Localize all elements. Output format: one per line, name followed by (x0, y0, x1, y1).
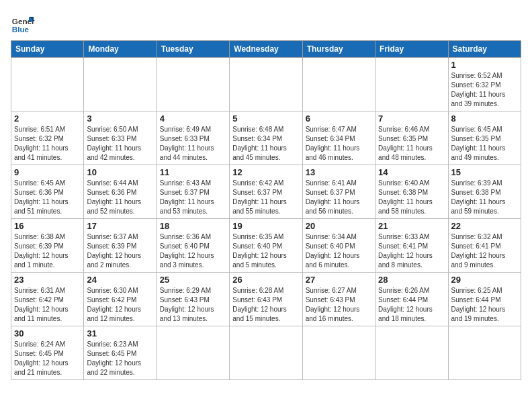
day-info: Sunrise: 6:29 AM Sunset: 6:43 PM Dayligh… (160, 286, 226, 324)
header: General Blue (11, 11, 521, 35)
day-number: 11 (160, 167, 226, 177)
logo: General Blue (11, 11, 35, 35)
day-cell: 22Sunrise: 6:32 AM Sunset: 6:41 PM Dayli… (448, 219, 521, 273)
weekday-tuesday: Tuesday (157, 41, 229, 58)
week-row-4: 16Sunrise: 6:38 AM Sunset: 6:39 PM Dayli… (11, 219, 521, 273)
day-cell (302, 326, 375, 380)
day-number: 29 (451, 275, 518, 285)
day-number: 5 (232, 113, 299, 124)
day-number: 21 (378, 221, 445, 231)
day-number: 20 (306, 221, 372, 231)
day-info: Sunrise: 6:37 AM Sunset: 6:39 PM Dayligh… (87, 232, 153, 270)
day-number: 3 (87, 113, 153, 124)
day-cell (157, 326, 229, 380)
day-cell: 30Sunrise: 6:24 AM Sunset: 6:45 PM Dayli… (11, 326, 84, 380)
week-row-5: 23Sunrise: 6:31 AM Sunset: 6:42 PM Dayli… (11, 273, 521, 326)
day-cell: 28Sunrise: 6:26 AM Sunset: 6:44 PM Dayli… (375, 273, 448, 326)
weekday-saturday: Saturday (448, 41, 521, 58)
week-row-2: 2Sunrise: 6:51 AM Sunset: 6:32 PM Daylig… (11, 111, 521, 165)
day-cell (230, 58, 302, 111)
day-cell (157, 58, 229, 111)
day-info: Sunrise: 6:30 AM Sunset: 6:42 PM Dayligh… (87, 286, 153, 324)
day-info: Sunrise: 6:47 AM Sunset: 6:34 PM Dayligh… (306, 125, 372, 163)
day-cell: 11Sunrise: 6:43 AM Sunset: 6:37 PM Dayli… (157, 165, 229, 219)
day-number: 8 (451, 113, 518, 124)
day-number: 10 (87, 167, 153, 177)
day-number: 26 (232, 275, 299, 285)
week-row-3: 9Sunrise: 6:45 AM Sunset: 6:36 PM Daylig… (11, 165, 521, 219)
day-info: Sunrise: 6:23 AM Sunset: 6:45 PM Dayligh… (87, 340, 153, 377)
day-cell: 14Sunrise: 6:40 AM Sunset: 6:38 PM Dayli… (375, 165, 448, 219)
day-cell (230, 326, 302, 380)
day-info: Sunrise: 6:41 AM Sunset: 6:37 PM Dayligh… (306, 179, 372, 216)
day-number: 12 (232, 167, 299, 177)
day-number: 23 (14, 275, 81, 285)
day-info: Sunrise: 6:24 AM Sunset: 6:45 PM Dayligh… (14, 340, 81, 377)
day-cell: 8Sunrise: 6:45 AM Sunset: 6:35 PM Daylig… (448, 111, 521, 165)
day-number: 16 (14, 221, 81, 231)
day-info: Sunrise: 6:34 AM Sunset: 6:40 PM Dayligh… (306, 232, 372, 270)
day-number: 9 (14, 167, 81, 177)
day-number: 31 (87, 328, 153, 338)
day-cell: 21Sunrise: 6:33 AM Sunset: 6:41 PM Dayli… (375, 219, 448, 273)
day-cell: 19Sunrise: 6:35 AM Sunset: 6:40 PM Dayli… (230, 219, 302, 273)
day-number: 1 (451, 60, 518, 70)
day-info: Sunrise: 6:32 AM Sunset: 6:41 PM Dayligh… (451, 232, 518, 270)
day-number: 15 (451, 167, 518, 177)
day-number: 18 (160, 221, 226, 231)
day-cell: 10Sunrise: 6:44 AM Sunset: 6:36 PM Dayli… (84, 165, 157, 219)
day-number: 6 (306, 113, 372, 124)
day-cell: 20Sunrise: 6:34 AM Sunset: 6:40 PM Dayli… (302, 219, 375, 273)
day-info: Sunrise: 6:49 AM Sunset: 6:33 PM Dayligh… (160, 125, 226, 163)
week-row-6: 30Sunrise: 6:24 AM Sunset: 6:45 PM Dayli… (11, 326, 521, 380)
day-info: Sunrise: 6:27 AM Sunset: 6:43 PM Dayligh… (306, 286, 372, 324)
day-cell: 26Sunrise: 6:28 AM Sunset: 6:43 PM Dayli… (230, 273, 302, 326)
day-cell: 12Sunrise: 6:42 AM Sunset: 6:37 PM Dayli… (230, 165, 302, 219)
calendar-body: 1Sunrise: 6:52 AM Sunset: 6:32 PM Daylig… (11, 58, 521, 380)
day-cell: 29Sunrise: 6:25 AM Sunset: 6:44 PM Dayli… (448, 273, 521, 326)
day-cell (84, 58, 157, 111)
day-cell (11, 58, 84, 111)
day-number: 17 (87, 221, 153, 231)
week-row-1: 1Sunrise: 6:52 AM Sunset: 6:32 PM Daylig… (11, 58, 521, 111)
day-cell: 24Sunrise: 6:30 AM Sunset: 6:42 PM Dayli… (84, 273, 157, 326)
weekday-monday: Monday (84, 41, 157, 58)
day-number: 25 (160, 275, 226, 285)
day-number: 24 (87, 275, 153, 285)
day-cell: 17Sunrise: 6:37 AM Sunset: 6:39 PM Dayli… (84, 219, 157, 273)
day-number: 2 (14, 113, 81, 124)
day-cell: 3Sunrise: 6:50 AM Sunset: 6:33 PM Daylig… (84, 111, 157, 165)
day-info: Sunrise: 6:45 AM Sunset: 6:36 PM Dayligh… (14, 179, 81, 216)
day-info: Sunrise: 6:28 AM Sunset: 6:43 PM Dayligh… (232, 286, 299, 324)
day-number: 27 (306, 275, 372, 285)
day-info: Sunrise: 6:45 AM Sunset: 6:35 PM Dayligh… (451, 125, 518, 163)
day-cell: 4Sunrise: 6:49 AM Sunset: 6:33 PM Daylig… (157, 111, 229, 165)
day-info: Sunrise: 6:42 AM Sunset: 6:37 PM Dayligh… (232, 179, 299, 216)
day-number: 28 (378, 275, 445, 285)
day-number: 4 (160, 113, 226, 124)
day-cell: 27Sunrise: 6:27 AM Sunset: 6:43 PM Dayli… (302, 273, 375, 326)
day-cell: 23Sunrise: 6:31 AM Sunset: 6:42 PM Dayli… (11, 273, 84, 326)
day-cell (302, 58, 375, 111)
svg-text:Blue: Blue (12, 25, 30, 34)
day-cell: 2Sunrise: 6:51 AM Sunset: 6:32 PM Daylig… (11, 111, 84, 165)
day-cell: 7Sunrise: 6:46 AM Sunset: 6:35 PM Daylig… (375, 111, 448, 165)
day-cell (448, 326, 521, 380)
day-info: Sunrise: 6:35 AM Sunset: 6:40 PM Dayligh… (232, 232, 299, 270)
day-number: 7 (378, 113, 445, 124)
day-cell: 31Sunrise: 6:23 AM Sunset: 6:45 PM Dayli… (84, 326, 157, 380)
day-cell: 18Sunrise: 6:36 AM Sunset: 6:40 PM Dayli… (157, 219, 229, 273)
day-cell: 5Sunrise: 6:48 AM Sunset: 6:34 PM Daylig… (230, 111, 302, 165)
day-info: Sunrise: 6:43 AM Sunset: 6:37 PM Dayligh… (160, 179, 226, 216)
day-info: Sunrise: 6:48 AM Sunset: 6:34 PM Dayligh… (232, 125, 299, 163)
calendar: SundayMondayTuesdayWednesdayThursdayFrid… (11, 40, 521, 380)
day-info: Sunrise: 6:51 AM Sunset: 6:32 PM Dayligh… (14, 125, 81, 163)
day-info: Sunrise: 6:33 AM Sunset: 6:41 PM Dayligh… (378, 232, 445, 270)
day-info: Sunrise: 6:44 AM Sunset: 6:36 PM Dayligh… (87, 179, 153, 216)
day-cell: 15Sunrise: 6:39 AM Sunset: 6:38 PM Dayli… (448, 165, 521, 219)
day-info: Sunrise: 6:31 AM Sunset: 6:42 PM Dayligh… (14, 286, 81, 324)
day-cell: 9Sunrise: 6:45 AM Sunset: 6:36 PM Daylig… (11, 165, 84, 219)
day-info: Sunrise: 6:36 AM Sunset: 6:40 PM Dayligh… (160, 232, 226, 270)
day-cell: 16Sunrise: 6:38 AM Sunset: 6:39 PM Dayli… (11, 219, 84, 273)
day-info: Sunrise: 6:52 AM Sunset: 6:32 PM Dayligh… (451, 71, 518, 109)
